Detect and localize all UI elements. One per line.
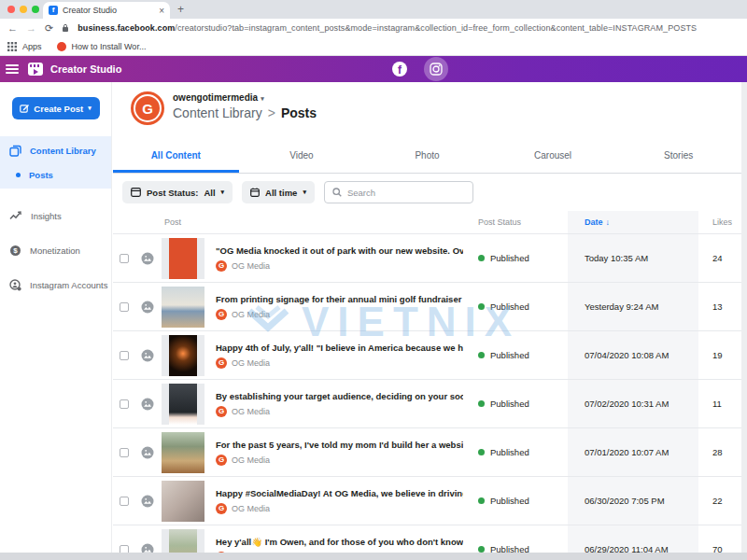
post-thumbnail[interactable] xyxy=(162,529,204,553)
post-thumbnail[interactable] xyxy=(162,238,204,279)
post-date-cell: 07/01/2020 10:07 AM xyxy=(568,428,698,476)
apps-bookmark-label[interactable]: Apps xyxy=(22,42,42,51)
facebook-platform-icon[interactable]: f xyxy=(392,62,407,77)
facebook-favicon-icon: f xyxy=(49,6,58,15)
forward-icon[interactable]: → xyxy=(26,22,36,34)
sidebar-item-label: Monetization xyxy=(30,245,80,256)
post-thumbnail[interactable] xyxy=(162,335,204,376)
sidebar-item-posts[interactable]: Posts xyxy=(0,162,111,187)
table-row[interactable]: Happy 4th of July, y'all! "I believe in … xyxy=(113,330,741,379)
photo-post-type-icon xyxy=(141,495,154,508)
row-checkbox[interactable] xyxy=(120,545,129,553)
column-date[interactable]: Date↓ xyxy=(568,211,698,233)
table-row[interactable]: For the past 5 years, I've told my mom I… xyxy=(113,427,741,476)
window-zoom-button[interactable] xyxy=(32,6,39,13)
row-checkbox[interactable] xyxy=(120,254,129,263)
url-path: /creatorstudio?tab=instagram_content_pos… xyxy=(175,23,697,33)
apps-grid-icon[interactable] xyxy=(7,42,17,51)
post-status-cell: Published xyxy=(463,253,568,263)
tab-close-icon[interactable]: × xyxy=(159,6,164,16)
bookmark-item[interactable]: How to Install Wor... xyxy=(72,42,147,51)
scrollbar[interactable] xyxy=(741,82,747,553)
breadcrumb-parent[interactable]: Content Library xyxy=(173,105,262,120)
post-author: OG Media xyxy=(232,407,270,416)
sidebar-item-insights[interactable]: Insights xyxy=(0,203,111,228)
row-checkbox[interactable] xyxy=(120,448,129,457)
post-thumbnail[interactable] xyxy=(162,384,204,425)
insights-icon xyxy=(9,210,22,221)
tab-photo[interactable]: Photo xyxy=(364,140,490,173)
browser-url-bar: ← → ⟳ business.facebook.com/creatorstudi… xyxy=(0,19,747,37)
table-row[interactable]: "OG Media knocked it out of park with ou… xyxy=(113,233,741,282)
time-range-filter-button[interactable]: All time ▾ xyxy=(242,181,315,203)
account-avatar[interactable]: G xyxy=(131,91,164,125)
post-thumbnail[interactable] xyxy=(162,287,204,328)
table-row[interactable]: Hey y'all👋 I'm Owen, and for those of yo… xyxy=(113,525,741,553)
breadcrumb: Content Library>Posts xyxy=(173,105,317,120)
post-status-text: Published xyxy=(490,350,529,360)
published-status-icon xyxy=(478,255,485,261)
url-text[interactable]: business.facebook.com/creatorstudio?tab=… xyxy=(78,23,697,33)
tab-carousel[interactable]: Carousel xyxy=(490,140,616,173)
tab-video[interactable]: Video xyxy=(239,140,365,173)
creator-studio-header: Creator Studio f xyxy=(0,56,747,82)
instagram-platform-icon[interactable] xyxy=(424,57,448,81)
row-checkbox[interactable] xyxy=(120,302,129,312)
post-title[interactable]: By establishing your target audience, de… xyxy=(216,391,463,401)
post-status-cell: Published xyxy=(463,496,568,506)
create-post-button[interactable]: Create Post ▾ xyxy=(12,97,100,119)
post-status-text: Published xyxy=(490,253,529,263)
window-minimize-button[interactable] xyxy=(20,6,27,13)
compose-icon xyxy=(20,104,29,113)
post-status-text: Published xyxy=(490,399,529,409)
sidebar-item-content-library[interactable]: Content Library xyxy=(0,138,111,162)
window-bottom-edge xyxy=(0,553,747,560)
content-library-icon xyxy=(9,145,21,157)
menu-hamburger-icon[interactable] xyxy=(6,64,19,74)
new-tab-button[interactable]: + xyxy=(177,3,184,16)
post-author: OG Media xyxy=(232,358,270,368)
tab-stories[interactable]: Stories xyxy=(615,140,741,173)
ssl-lock-icon xyxy=(62,23,69,33)
row-checkbox[interactable] xyxy=(120,399,129,409)
post-title[interactable]: From printing signage for their annual m… xyxy=(216,294,463,304)
window-close-button[interactable] xyxy=(7,6,15,13)
back-icon[interactable]: ← xyxy=(7,22,18,34)
photo-post-type-icon xyxy=(141,349,154,362)
sidebar-item-instagram-accounts[interactable]: Instagram Accounts xyxy=(0,273,111,297)
post-thumbnail[interactable] xyxy=(162,481,204,522)
tab-all-content[interactable]: All Content xyxy=(113,140,239,173)
column-post[interactable]: Post xyxy=(113,217,463,227)
sidebar-item-monetization[interactable]: $ Monetization xyxy=(0,238,111,262)
post-thumbnail[interactable] xyxy=(162,432,204,473)
browser-tab[interactable]: f Creator Studio × xyxy=(43,2,170,19)
post-title[interactable]: Happy 4th of July, y'all! "I believe in … xyxy=(216,343,463,353)
post-title[interactable]: For the past 5 years, I've told my mom I… xyxy=(216,440,463,450)
search-input[interactable] xyxy=(347,188,459,198)
post-title[interactable]: Happy #SocialMediaDay! At OG Media, we b… xyxy=(216,488,463,498)
post-author: OG Media xyxy=(232,504,270,513)
photo-post-type-icon xyxy=(141,398,154,411)
post-status-filter-button[interactable]: Post Status: All ▾ xyxy=(122,181,233,203)
row-checkbox[interactable] xyxy=(120,351,129,360)
og-media-logo-icon: G xyxy=(216,357,227,369)
search-box xyxy=(324,181,473,203)
post-title[interactable]: "OG Media knocked it out of park with ou… xyxy=(216,245,463,256)
table-row[interactable]: From printing signage for their annual m… xyxy=(113,282,741,330)
post-likes-cell: 70 xyxy=(698,544,741,553)
post-title[interactable]: Hey y'all👋 I'm Owen, and for those of yo… xyxy=(216,537,463,547)
post-author: OG Media xyxy=(232,455,270,465)
published-status-icon xyxy=(478,303,485,310)
column-post-status[interactable]: Post Status xyxy=(463,217,568,227)
creator-studio-logo-icon xyxy=(28,63,43,76)
reload-icon[interactable]: ⟳ xyxy=(45,22,53,35)
column-likes[interactable]: Likes xyxy=(698,217,741,227)
table-row[interactable]: Happy #SocialMediaDay! At OG Media, we b… xyxy=(113,476,741,525)
row-checkbox[interactable] xyxy=(120,497,129,506)
sidebar-item-label: Posts xyxy=(29,170,53,180)
monetization-icon: $ xyxy=(9,245,21,257)
account-selector[interactable]: owengotimermedia▾ xyxy=(173,92,264,103)
table-row[interactable]: By establishing your target audience, de… xyxy=(113,379,741,427)
post-status-text: Published xyxy=(490,496,529,506)
sidebar-item-label: Content Library xyxy=(30,146,96,156)
